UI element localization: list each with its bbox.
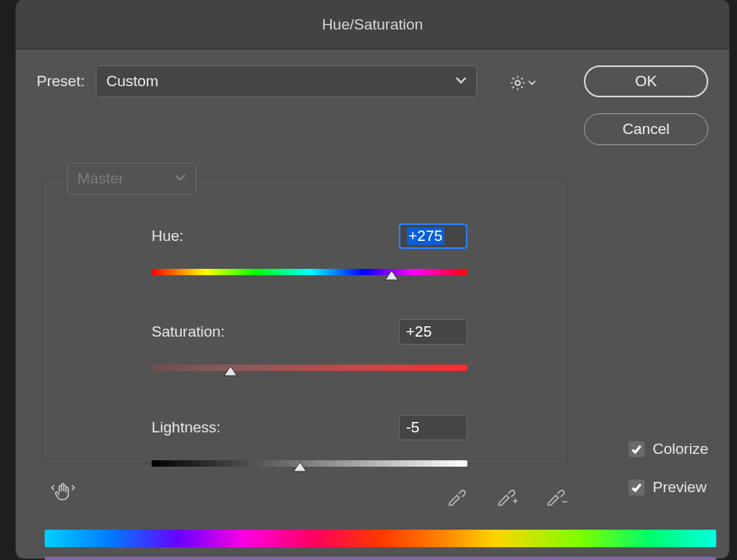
input-spectrum[interactable]: [45, 530, 716, 547]
hue-slider[interactable]: [152, 265, 467, 279]
svg-marker-1: [385, 270, 398, 280]
eyedropper-icon: [447, 483, 469, 506]
svg-marker-2: [224, 366, 237, 376]
preset-label: Preset:: [37, 73, 85, 90]
gear-icon: [509, 74, 526, 92]
slider-thumb[interactable]: [293, 459, 307, 471]
svg-marker-3: [294, 462, 306, 471]
eyedropper-add-tool[interactable]: [496, 483, 518, 510]
preview-checkbox[interactable]: Preview: [629, 479, 708, 496]
hue-row: Hue: +275: [152, 223, 467, 279]
dialog-body: Preset: Custom Master: [16, 49, 729, 558]
saturation-track: [152, 365, 467, 371]
slider-thumb[interactable]: [223, 364, 238, 375]
saturation-row: Saturation: +25: [152, 319, 467, 375]
hue-value: +275: [407, 227, 444, 245]
scrubby-tool[interactable]: [51, 480, 75, 508]
lightness-slider[interactable]: [152, 456, 467, 471]
saturation-label: Saturation:: [152, 323, 225, 341]
checkbox-icon: [629, 441, 644, 457]
eyedropper-subtract-tool[interactable]: [546, 483, 568, 510]
chevron-down-icon: [455, 73, 467, 90]
svg-point-0: [515, 81, 520, 85]
spectrum-bars: [45, 530, 716, 560]
saturation-slider[interactable]: [152, 361, 467, 375]
colorize-checkbox[interactable]: Colorize: [629, 440, 708, 458]
ok-button[interactable]: OK: [584, 65, 708, 97]
hand-scrub-icon: [51, 480, 75, 504]
hue-label: Hue:: [152, 227, 183, 245]
lightness-row: Lightness: -5: [152, 415, 467, 471]
checkbox-group: Colorize Preview: [629, 440, 708, 496]
checkbox-icon: [629, 479, 644, 495]
chevron-down-icon: [528, 79, 536, 87]
dialog-title: Hue/Saturation: [322, 16, 424, 34]
hue-saturation-dialog: Hue/Saturation Preset: Custom Master: [16, 0, 729, 558]
output-spectrum[interactable]: [45, 557, 716, 560]
color-range-value: Master: [77, 170, 124, 187]
saturation-value: +25: [406, 323, 432, 341]
lightness-label: Lightness:: [152, 419, 221, 436]
dialog-buttons: OK Cancel: [584, 65, 708, 145]
hue-track: [152, 269, 467, 275]
sliders-group: Hue: +275 Saturation: +25: [152, 223, 467, 471]
chevron-down-icon: [175, 170, 186, 187]
preset-value: Custom: [106, 73, 158, 90]
eyedropper-minus-icon: [546, 483, 568, 506]
lightness-value: -5: [406, 419, 420, 436]
eyedropper-group: [447, 483, 568, 510]
cancel-button[interactable]: Cancel: [584, 113, 708, 145]
slider-thumb[interactable]: [384, 268, 399, 279]
preset-options-button[interactable]: [509, 74, 536, 92]
hue-input[interactable]: +275: [399, 223, 467, 249]
color-range-select: Master: [67, 163, 196, 195]
titlebar: Hue/Saturation: [16, 0, 729, 49]
eyedropper-tool[interactable]: [447, 483, 469, 510]
eyedropper-plus-icon: [496, 483, 518, 506]
saturation-input[interactable]: +25: [399, 319, 467, 345]
preset-select[interactable]: Custom: [96, 65, 477, 97]
lightness-track: [152, 460, 467, 467]
lightness-input[interactable]: -5: [399, 415, 467, 440]
